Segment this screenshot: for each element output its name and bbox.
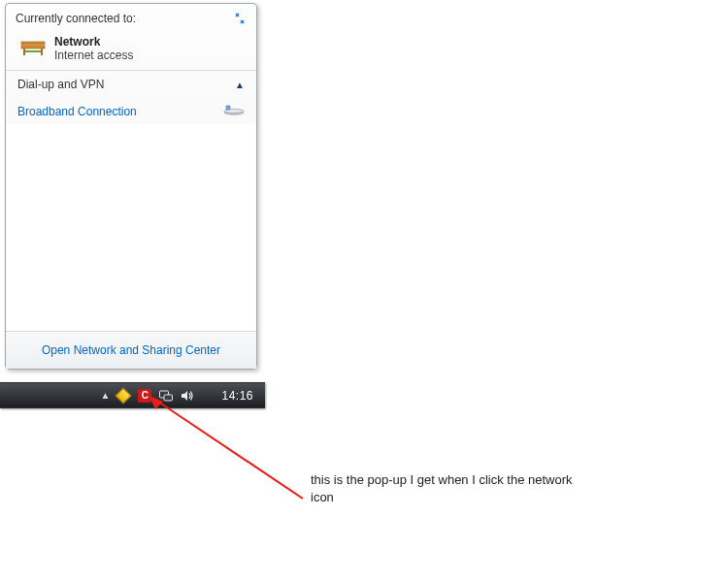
annotation-text: this is the pop-up I get when I click th… xyxy=(311,471,573,505)
svg-rect-7 xyxy=(226,106,230,110)
svg-rect-4 xyxy=(25,50,41,52)
svg-marker-10 xyxy=(182,391,187,401)
dialup-vpn-label: Dial-up and VPN xyxy=(17,78,104,91)
bench-icon xyxy=(19,38,47,60)
network-status: Internet access xyxy=(54,48,133,62)
network-flyout: Currently connected to: Network Internet… xyxy=(5,3,257,370)
annotation-arrow xyxy=(146,396,320,512)
popup-header: Currently connected to: xyxy=(6,4,256,31)
svg-rect-1 xyxy=(21,46,45,48)
svg-line-11 xyxy=(155,400,303,499)
comodo-icon[interactable]: C xyxy=(136,387,153,404)
broadband-connection-link[interactable]: Broadband Connection xyxy=(17,105,137,118)
taskbar: ▲ C 14:16 xyxy=(0,382,265,408)
network-tray-icon[interactable] xyxy=(157,387,175,404)
popup-body-empty xyxy=(6,124,256,331)
volume-tray-icon[interactable] xyxy=(179,387,196,404)
svg-rect-9 xyxy=(164,395,173,401)
active-network-row[interactable]: Network Internet access xyxy=(6,31,256,70)
svg-rect-2 xyxy=(23,48,25,55)
security-shield-icon[interactable] xyxy=(115,387,132,404)
tray-overflow-arrow-icon[interactable]: ▲ xyxy=(97,390,113,401)
svg-rect-3 xyxy=(41,48,43,55)
dialup-vpn-section[interactable]: Dial-up and VPN ▲ xyxy=(6,71,256,98)
broadband-connection-row[interactable]: Broadband Connection xyxy=(6,98,256,124)
taskbar-clock[interactable]: 14:16 xyxy=(198,389,265,403)
modem-icon xyxy=(223,104,245,118)
active-network-texts: Network Internet access xyxy=(54,35,133,62)
chevron-up-icon: ▲ xyxy=(235,80,245,90)
open-network-sharing-center-link[interactable]: Open Network and Sharing Center xyxy=(6,331,256,369)
refresh-icon[interactable] xyxy=(233,12,247,28)
svg-rect-0 xyxy=(21,42,45,45)
network-name: Network xyxy=(54,35,133,48)
currently-connected-label: Currently connected to: xyxy=(16,12,136,25)
